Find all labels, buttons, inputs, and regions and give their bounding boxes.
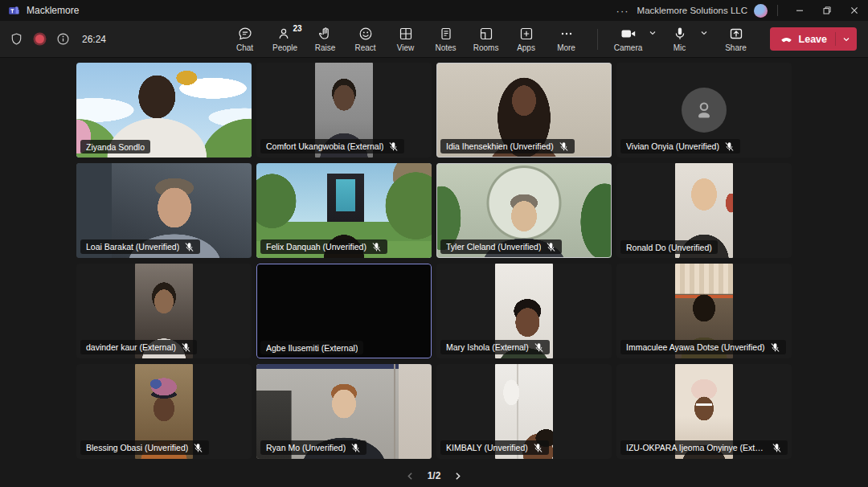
video-tile[interactable]: Felix Danquah (Unverified) — [256, 163, 432, 258]
video-tile[interactable]: Idia Ihensekhien (Unverified) — [436, 63, 612, 158]
video-tile[interactable]: Agbe Ilusemiti (External) — [256, 264, 432, 358]
notes-button[interactable]: Notes — [428, 23, 464, 56]
video-tile[interactable]: Vivian Onyia (Unverified) — [616, 63, 792, 158]
participant-name: Idia Ihensekhien (Unverified) — [446, 141, 554, 151]
participant-nameplate: Ronald Do (Unverified) — [620, 240, 718, 254]
react-button[interactable]: React — [348, 23, 383, 56]
leave-button[interactable]: Leave — [770, 27, 835, 51]
page-indicator: 1/2 — [428, 470, 441, 481]
account-name[interactable]: Macklemore Solutions LLC — [637, 6, 747, 15]
raised-hand-icon — [317, 26, 334, 42]
window-title: Macklemore — [27, 5, 79, 16]
chat-bubble-icon — [237, 26, 253, 42]
maximize-button[interactable] — [813, 0, 841, 21]
participant-name: davinder kaur (External) — [86, 342, 176, 352]
rooms-button[interactable]: Rooms — [469, 23, 504, 56]
raise-hand-button[interactable]: Raise — [308, 23, 343, 56]
restore-icon — [822, 6, 832, 15]
shield-icon — [10, 32, 23, 46]
more-button[interactable]: More — [549, 23, 584, 56]
ellipsis-icon — [559, 26, 575, 42]
participant-name: Ryan Mo (Unverified) — [266, 443, 346, 452]
participant-nameplate: Felix Danquah (Unverified) — [260, 239, 387, 254]
video-tile[interactable]: Ryan Mo (Unverified) — [256, 364, 432, 459]
avatar — [682, 88, 727, 133]
mic-off-icon — [388, 141, 399, 152]
participant-name: Blessing Obasi (Unverified) — [86, 443, 188, 452]
video-tile[interactable]: Tyler Cleland (Unverified) — [436, 163, 612, 258]
mic-off-icon — [371, 242, 382, 252]
participant-nameplate: Comfort Ukangwobia (External) — [260, 139, 404, 153]
video-tile[interactable]: Ronald Do (Unverified) — [616, 163, 792, 258]
smiley-icon — [358, 26, 374, 42]
minimize-button[interactable] — [786, 0, 813, 21]
account-avatar[interactable] — [754, 4, 768, 18]
mic-off-icon — [772, 443, 782, 453]
apps-button[interactable]: Apps — [509, 23, 544, 56]
mic-off-icon — [770, 342, 780, 353]
participant-nameplate: Ziyanda Sondlo — [80, 140, 150, 153]
participant-nameplate: IZU-OKPARA Ijeoma Onyinye (External) — [620, 440, 788, 455]
camera-button[interactable]: Camera — [611, 23, 646, 56]
toolbar-status-group: 26:24 — [10, 32, 106, 46]
mic-button[interactable]: Mic — [662, 23, 698, 56]
participant-nameplate: Ryan Mo (Unverified) — [260, 440, 366, 455]
video-tile[interactable]: KIMBALY (Unverified) — [436, 364, 612, 459]
participant-nameplate: Blessing Obasi (Unverified) — [80, 440, 209, 455]
close-icon — [850, 6, 859, 15]
titlebar-divider — [777, 5, 778, 16]
participant-name: IZU-OKPARA Ijeoma Onyinye (External) — [626, 443, 767, 452]
participant-name: Agbe Ilusemiti (External) — [266, 343, 358, 353]
view-button[interactable]: View — [388, 23, 424, 56]
participant-nameplate: Immaculee Ayawa Dotse (Unverified) — [620, 340, 786, 354]
video-tile[interactable]: davinder kaur (External) — [76, 264, 252, 358]
participant-name: Tyler Cleland (Unverified) — [446, 242, 541, 252]
video-tile[interactable]: Loai Barakat (Unverified) — [76, 163, 252, 258]
next-page-button[interactable] — [452, 471, 463, 481]
participant-nameplate: Idia Ihensekhien (Unverified) — [440, 139, 575, 153]
video-tile[interactable]: Comfort Ukangwobia (External) — [256, 63, 432, 158]
mic-options-chevron[interactable] — [698, 23, 710, 39]
mic-off-icon — [193, 443, 203, 453]
participant-name: Loai Barakat (Unverified) — [86, 242, 179, 252]
video-tile[interactable]: Blessing Obasi (Unverified) — [76, 364, 252, 459]
leave-options-chevron[interactable] — [836, 27, 857, 51]
chevron-right-icon — [452, 471, 463, 481]
titlebar-overflow-button[interactable]: ··· — [608, 5, 637, 17]
close-button[interactable] — [841, 0, 868, 21]
participant-nameplate: KIMBALY (Unverified) — [440, 440, 549, 455]
hangup-icon — [780, 32, 793, 46]
participant-name: Vivian Onyia (Unverified) — [626, 141, 719, 151]
share-button[interactable]: Share — [719, 23, 754, 56]
video-tile[interactable]: Ziyanda Sondlo — [76, 63, 252, 158]
mic-off-icon — [184, 242, 194, 252]
participant-nameplate: Tyler Cleland (Unverified) — [440, 239, 562, 254]
video-tile[interactable]: Mary Ishola (External) — [436, 264, 612, 358]
video-tile[interactable]: IZU-OKPARA Ijeoma Onyinye (External) — [616, 364, 792, 459]
titlebar-left: Macklemore — [0, 5, 79, 17]
mic-off-icon — [559, 141, 569, 152]
camera-options-chevron[interactable] — [646, 23, 659, 39]
minimize-icon — [795, 6, 805, 15]
video-tile[interactable]: Immaculee Ayawa Dotse (Unverified) — [616, 264, 792, 358]
info-icon[interactable] — [56, 32, 70, 46]
participant-name: KIMBALY (Unverified) — [446, 443, 528, 452]
chevron-down-icon — [842, 35, 850, 43]
notes-icon — [438, 26, 454, 42]
prev-page-button[interactable] — [405, 471, 416, 481]
recording-icon — [35, 35, 44, 43]
meeting-timer: 26:24 — [82, 34, 106, 45]
participant-name: Ronald Do (Unverified) — [626, 243, 712, 252]
chat-button[interactable]: Chat — [227, 23, 263, 56]
participant-nameplate: Loai Barakat (Unverified) — [80, 239, 200, 254]
camera-group: Camera — [611, 23, 659, 56]
mic-off-icon — [533, 443, 543, 453]
participant-name: Mary Ishola (External) — [446, 342, 529, 352]
rooms-icon — [478, 26, 494, 42]
teams-meeting-window: Macklemore ··· Macklemore Solutions LLC — [0, 0, 868, 487]
participant-nameplate: davinder kaur (External) — [80, 340, 197, 354]
people-button[interactable]: 23 People — [268, 23, 303, 56]
participant-name: Ziyanda Sondlo — [86, 142, 145, 152]
participant-name: Comfort Ukangwobia (External) — [266, 141, 383, 151]
participant-nameplate: Agbe Ilusemiti (External) — [260, 341, 363, 354]
